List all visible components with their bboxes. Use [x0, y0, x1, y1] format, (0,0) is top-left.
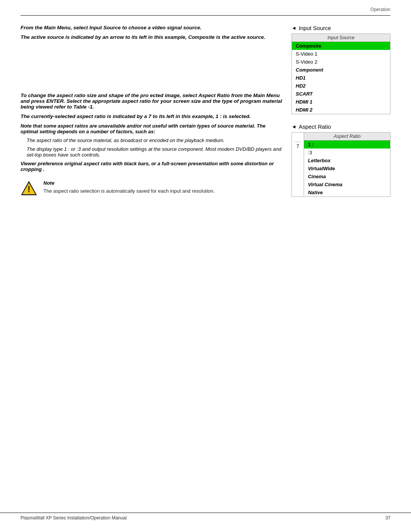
input-source-title: Input Source [299, 25, 331, 31]
section-gap [21, 47, 282, 93]
note-text-block: Note The aspect ratio selection is autom… [43, 180, 215, 195]
footer-page-number: 37 [386, 515, 390, 521]
note-icon: ! [21, 180, 37, 198]
detail-text-2: The display type 1 : or :3 and output re… [27, 146, 282, 158]
input-source-item-hd1[interactable]: HD1 [292, 74, 390, 82]
input-source-item-composite[interactable]: Composite [292, 42, 390, 50]
input-source-menu: Input Source Composite S-Video 1 S-Video… [292, 34, 390, 114]
note-content: The aspect ratio selection is automatica… [43, 187, 215, 195]
input-source-item-svideo2[interactable]: S-Video 2 [292, 58, 390, 66]
intro-text-2: The active source is indicated by an arr… [21, 34, 282, 40]
intro-text-1: From the Main Menu, select Input Source … [21, 25, 282, 30]
input-source-menu-header: Input Source [292, 34, 390, 42]
aspect-item-virtual-cinema[interactable]: Virtual Cinema [304, 181, 390, 189]
page-body: From the Main Menu, select Input Source … [0, 16, 411, 198]
input-source-item-hdmi1[interactable]: HDMI 1 [292, 98, 390, 106]
aspect-text-1: To change the aspect ratio size and shap… [21, 93, 282, 110]
svg-point-4 [29, 191, 30, 192]
page-footer: PlasmaWall XP Series Installation/Operat… [0, 513, 411, 521]
note-label: Note [43, 180, 54, 186]
left-column: From the Main Menu, select Input Source … [21, 25, 282, 198]
viewer-text: Viewer preference original aspect ratio … [21, 161, 282, 172]
note-text-1: Note that some aspect ratios are unavail… [21, 123, 282, 134]
aspect-item-cinema[interactable]: Cinema [304, 173, 390, 181]
footer-left: PlasmaWall XP Series Installation/Operat… [21, 515, 127, 521]
input-source-item-scart[interactable]: SCART [292, 90, 390, 98]
aspect-num-1: 7 [295, 142, 301, 150]
aspect-ratio-section: ◄ Aspect Ratio 7 Aspect Ratio [292, 123, 390, 197]
aspect-item-virtualwide[interactable]: VirtualWide [304, 165, 390, 173]
aspect-ratio-title: Aspect Ratio [299, 123, 331, 130]
input-source-arrow-icon: ◄ [292, 25, 296, 31]
input-source-item-hdmi2[interactable]: HDMI 2 [292, 106, 390, 114]
aspect-text-2: The currently-selected aspect ratio is i… [21, 113, 282, 119]
page-header: Operation [0, 0, 411, 15]
aspect-item-native[interactable]: Native [304, 189, 390, 197]
aspect-item-1x[interactable]: 1 : [304, 141, 390, 149]
aspect-items-column: Aspect Ratio 1 : :3 Letterbox VirtualWid… [304, 133, 390, 197]
aspect-menu-header: Aspect Ratio [304, 133, 390, 141]
aspect-ratio-heading: ◄ Aspect Ratio [292, 123, 390, 130]
detail-text-1: The aspect ratio of the source material,… [27, 137, 282, 143]
aspect-ratio-arrow-icon: ◄ [292, 124, 296, 129]
input-source-item-svideo1[interactable]: S-Video 1 [292, 50, 390, 58]
aspect-item-letterbox[interactable]: Letterbox [304, 157, 390, 165]
input-source-heading: ◄ Input Source [292, 25, 390, 31]
aspect-item-3[interactable]: :3 [304, 149, 390, 157]
header-label: Operation [370, 7, 390, 12]
input-source-item-hd2[interactable]: HD2 [292, 82, 390, 90]
right-column: ◄ Input Source Input Source Composite S-… [292, 25, 390, 198]
aspect-num-7 [295, 161, 301, 164]
aspect-number-column: 7 [292, 133, 304, 197]
aspect-ratio-menu: 7 Aspect Ratio 1 : :3 Letterbox VirtualW… [292, 132, 390, 197]
input-source-item-component[interactable]: Component [292, 66, 390, 74]
note-block: ! Note The aspect ratio selection is aut… [21, 180, 282, 198]
